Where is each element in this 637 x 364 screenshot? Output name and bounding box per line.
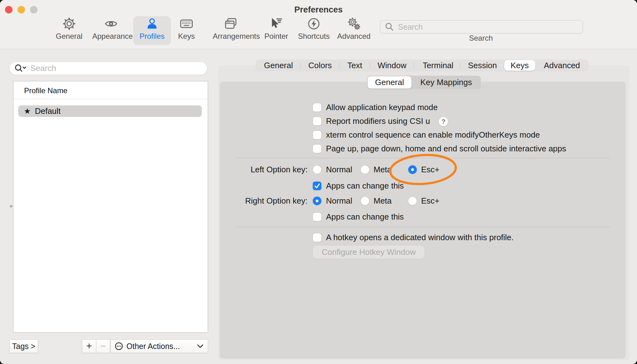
keyboard-icon	[180, 17, 193, 31]
titlebar-toolbar: Preferences General Appearance	[0, 0, 637, 49]
radio-label: Meta	[374, 197, 392, 205]
radio-left-meta[interactable]	[361, 165, 369, 174]
checkbox-label: Allow application keypad mode	[326, 103, 438, 112]
tab-terminal[interactable]: Terminal	[423, 60, 453, 71]
radio-label: Normal	[326, 165, 352, 174]
eye-icon	[104, 17, 118, 31]
window-title: Preferences	[0, 5, 637, 15]
radio-label: Esc+	[421, 165, 440, 174]
checkbox-keypad-mode[interactable]	[313, 103, 321, 112]
tab-divider	[460, 62, 460, 68]
keys-subtabbar: General Key Mappings	[367, 76, 481, 89]
configure-hotkey-window-button[interactable]: Configure Hotkey Window	[313, 245, 425, 259]
section-divider	[236, 158, 610, 158]
toolbar-search-input[interactable]: Search	[380, 20, 583, 34]
check-icon	[313, 182, 321, 190]
subtab-key-mappings[interactable]: Key Mappings	[420, 76, 472, 89]
radio-left-normal[interactable]	[313, 165, 321, 174]
subtab-general[interactable]: General	[375, 76, 404, 89]
add-profile-button[interactable]: +	[82, 340, 96, 353]
tab-colors[interactable]: Colors	[308, 60, 332, 71]
profile-row-default[interactable]: ★ Default	[18, 105, 202, 117]
other-actions-label: Other Actions...	[126, 342, 180, 351]
tab-general[interactable]: General	[264, 60, 293, 71]
toolbar-item-appearance[interactable]: Appearance	[92, 16, 130, 45]
tab-divider	[414, 62, 414, 68]
cursor-icon	[269, 17, 283, 31]
radio-right-meta[interactable]	[361, 197, 369, 205]
lightning-icon	[307, 17, 321, 31]
checkbox-label: Apps can change this	[326, 213, 404, 221]
circle-ellipsis-icon	[115, 342, 123, 351]
toolbar-item-label: Appearance	[92, 32, 130, 41]
toolbar-item-pointer[interactable]: Pointer	[257, 16, 295, 45]
tab-divider	[370, 62, 370, 68]
profile-list-panel: Profile Name ★ Default	[13, 81, 208, 333]
radio-right-normal[interactable]	[313, 197, 321, 205]
tab-session[interactable]: Session	[468, 60, 497, 71]
profile-list-header: Profile Name	[24, 86, 68, 95]
windows-icon	[225, 17, 238, 31]
checkbox-left-apps-can-change[interactable]	[313, 182, 321, 190]
right-option-key-label: Right Option key:	[219, 197, 308, 205]
checkbox-hotkey-window[interactable]	[313, 233, 321, 242]
default-star-icon: ★	[24, 107, 31, 116]
checkbox-label: Apps can change this	[326, 182, 404, 190]
toolbar-item-label: General	[50, 32, 88, 41]
radio-label: Esc+	[421, 197, 440, 205]
other-actions-dropdown[interactable]: Other Actions...	[110, 339, 208, 353]
person-icon	[145, 17, 159, 31]
remove-profile-button[interactable]: −	[96, 340, 110, 353]
radio-label: Meta	[374, 165, 392, 174]
tab-advanced[interactable]: Advanced	[544, 60, 580, 71]
tab-divider	[300, 62, 301, 68]
help-button[interactable]: ?	[439, 117, 448, 126]
gear-icon	[62, 17, 76, 31]
toolbar-search-placeholder: Search	[398, 23, 423, 32]
tags-button-label: Tags >	[12, 342, 35, 351]
toolbar-item-label: Profiles	[133, 32, 171, 41]
checkbox-page-scroll[interactable]	[313, 144, 321, 153]
checkbox-label: xterm control sequence can enable modify…	[326, 131, 540, 139]
toolbar-item-label: Keys	[168, 32, 205, 41]
checkbox-csi-u[interactable]	[313, 117, 321, 125]
tab-window[interactable]: Window	[378, 60, 406, 71]
section-divider	[236, 227, 610, 227]
toolbar-item-label: Shortcuts	[295, 32, 333, 41]
toolbar-item-advanced[interactable]: Advanced	[335, 16, 373, 45]
left-option-key-label: Left Option key:	[219, 165, 308, 174]
profile-search-placeholder: Search	[30, 63, 56, 73]
radio-label: Normal	[326, 197, 352, 205]
toolbar-item-general[interactable]: General	[50, 16, 88, 45]
screenshot: Preferences General Appearance	[0, 0, 637, 364]
tab-text[interactable]: Text	[347, 60, 362, 71]
add-remove-control: + −	[82, 339, 110, 353]
checkbox-modify-other-keys[interactable]	[313, 131, 321, 139]
chevron-down-icon	[197, 344, 203, 348]
profile-name: Default	[35, 106, 60, 116]
toolbar-item-keys[interactable]: Keys	[168, 16, 205, 45]
checkbox-label: Report modifiers using CSI u	[326, 117, 430, 125]
checkbox-label: Page up, page down, home and end scroll …	[326, 144, 566, 153]
tags-button[interactable]: Tags >	[9, 339, 38, 353]
toolbar-item-shortcuts[interactable]: Shortcuts	[295, 16, 333, 45]
profile-tabbar: General Colors Text Window Terminal Sess…	[256, 60, 588, 71]
toolbar-item-arrangements[interactable]: Arrangements	[213, 16, 250, 45]
profile-search-input[interactable]: Search	[9, 62, 207, 75]
toolbar-item-profiles[interactable]: Profiles	[133, 16, 171, 45]
toolbar-item-label: Arrangements	[213, 32, 250, 41]
search-filter-icon	[14, 63, 28, 73]
preferences-window: Preferences General Appearance	[0, 0, 637, 364]
search-icon	[384, 22, 395, 32]
tab-keys[interactable]: Keys	[511, 60, 529, 71]
toolbar-search-caption: Search	[380, 34, 582, 43]
window-edge-dot	[10, 205, 13, 208]
gears-icon	[347, 17, 361, 31]
checkbox-right-apps-can-change[interactable]	[313, 213, 321, 221]
radio-right-esc[interactable]	[408, 197, 417, 205]
toolbar-item-label: Pointer	[257, 32, 295, 41]
radio-left-esc[interactable]	[408, 165, 417, 174]
toolbar-item-label: Advanced	[335, 32, 373, 41]
header-divider	[13, 99, 208, 99]
tab-divider	[339, 62, 339, 68]
